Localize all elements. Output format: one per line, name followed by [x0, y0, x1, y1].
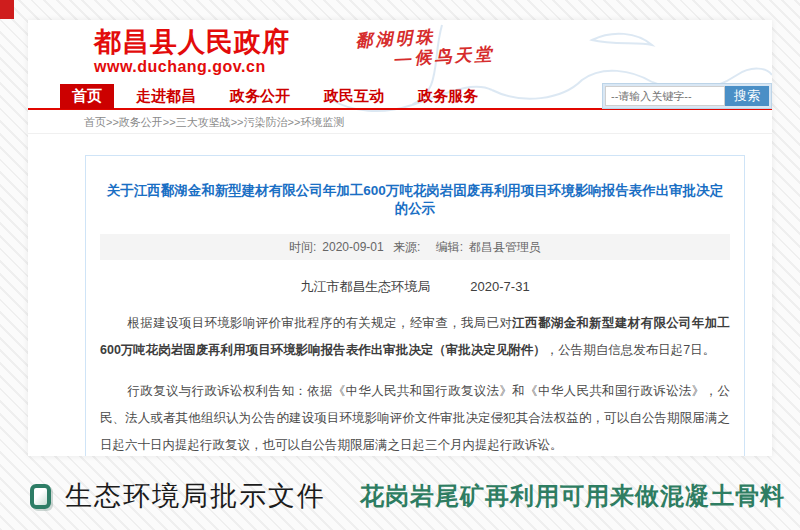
agency-line: 九江市都昌生态环境局2020-7-31 [100, 278, 730, 296]
search-button[interactable]: 搜索 [725, 86, 769, 106]
site-slogan: 鄱湖明珠 —候鸟天堂 [355, 24, 495, 72]
site-url: www.duchang.gov.cn [94, 58, 290, 76]
corner-marker [0, 0, 14, 19]
meta-source-label: 来源: [393, 240, 420, 254]
meta-editor-value: 都昌县管理员 [469, 240, 541, 254]
article-title: 关于江西鄱湖金和新型建材有限公司年加工600万吨花岗岩固废再利用项目环境影响报告… [100, 182, 730, 218]
search-bar: 搜索 [602, 83, 772, 109]
meta-time-value: 2020-09-01 [322, 240, 383, 254]
para1-suffix: ，公告期自信息发布日起7日。 [546, 343, 715, 357]
paragraph-rights: 行政复议与行政诉讼权利告知：依据《中华人民共和国行政复议法》和《中华人民共和国行… [100, 378, 730, 456]
caption-highlight: 花岗岩尾矿再利用可用来做混凝土骨料 [360, 480, 785, 512]
para1-prefix: 根据建设项目环境影响评价审批程序的有关规定，经审查，我局已对 [128, 316, 513, 330]
site-header: 都昌县人民政府 www.duchang.gov.cn 鄱湖明珠 —候鸟天堂 [28, 20, 772, 84]
search-input[interactable] [605, 86, 725, 106]
browser-page: 都昌县人民政府 www.duchang.gov.cn 鄱湖明珠 —候鸟天堂 首页… [28, 20, 772, 456]
main-nav: 首页 走进都昌 政务公开 政民互动 政务服务 搜索 [28, 84, 772, 110]
nav-item-gov-open[interactable]: 政务公开 [218, 84, 302, 109]
agency-date: 2020-7-31 [470, 279, 529, 294]
meta-time-label: 时间: [289, 240, 316, 254]
agency-name: 九江市都昌生态环境局 [300, 279, 430, 294]
nav-item-interaction[interactable]: 政民互动 [312, 84, 396, 109]
article-meta: 时间:2020-09-01 来源: 编辑:都昌县管理员 [100, 234, 730, 260]
article-panel: 关于江西鄱湖金和新型建材有限公司年加工600万吨花岗岩固废再利用项目环境影响报告… [85, 155, 745, 456]
document-icon [30, 484, 51, 509]
nav-item-services[interactable]: 政务服务 [406, 84, 490, 109]
caption-label: 生态环境局批示文件 [65, 478, 326, 514]
caption-bar: 生态环境局批示文件 花岗岩尾矿再利用可用来做混凝土骨料 [30, 478, 790, 514]
site-name: 都昌县人民政府 [94, 28, 290, 58]
site-brand[interactable]: 都昌县人民政府 www.duchang.gov.cn [94, 28, 290, 76]
paragraph-approval: 根据建设项目环境影响评价审批程序的有关规定，经审查，我局已对江西鄱湖金和新型建材… [100, 310, 730, 364]
nav-item-home[interactable]: 首页 [60, 84, 114, 109]
meta-editor-label: 编辑: [436, 240, 463, 254]
nav-item-about[interactable]: 走进都昌 [124, 84, 208, 109]
